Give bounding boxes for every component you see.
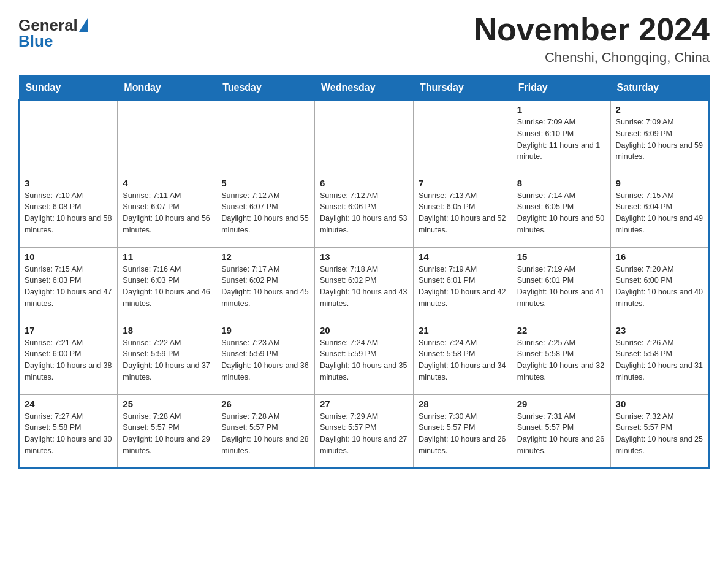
week-row-3: 10Sunrise: 7:15 AMSunset: 6:03 PMDayligh… [19,247,709,321]
calendar-cell: 14Sunrise: 7:19 AMSunset: 6:01 PMDayligh… [413,247,512,321]
day-info: Sunrise: 7:23 AMSunset: 5:59 PMDaylight:… [221,337,309,383]
day-info: Sunrise: 7:15 AMSunset: 6:03 PMDaylight:… [25,264,112,310]
calendar-cell: 10Sunrise: 7:15 AMSunset: 6:03 PMDayligh… [19,247,118,321]
day-number: 9 [616,178,703,188]
calendar-cell: 22Sunrise: 7:25 AMSunset: 5:58 PMDayligh… [512,321,610,394]
day-info: Sunrise: 7:24 AMSunset: 5:59 PMDaylight:… [320,337,408,383]
day-info: Sunrise: 7:28 AMSunset: 5:57 PMDaylight:… [221,411,309,457]
weekday-header-sunday: Sunday [19,76,118,101]
day-info: Sunrise: 7:17 AMSunset: 6:02 PMDaylight:… [221,264,309,310]
calendar-title: November 2024 [474,12,710,47]
day-number: 19 [221,325,309,335]
day-number: 24 [25,399,112,409]
calendar-cell: 24Sunrise: 7:27 AMSunset: 5:58 PMDayligh… [19,394,118,468]
weekday-header-monday: Monday [118,76,216,101]
logo-blue-text: Blue [18,33,88,49]
day-info: Sunrise: 7:27 AMSunset: 5:58 PMDaylight:… [25,411,112,457]
day-number: 12 [221,251,309,262]
day-number: 15 [517,251,605,262]
calendar-cell: 30Sunrise: 7:32 AMSunset: 5:57 PMDayligh… [610,394,709,468]
day-info: Sunrise: 7:13 AMSunset: 6:05 PMDaylight:… [419,190,507,236]
header: General Blue November 2024 Chenshi, Chon… [18,12,710,66]
day-info: Sunrise: 7:09 AMSunset: 6:09 PMDaylight:… [616,117,703,163]
day-info: Sunrise: 7:31 AMSunset: 5:57 PMDaylight:… [517,411,605,457]
calendar-cell: 5Sunrise: 7:12 AMSunset: 6:07 PMDaylight… [216,174,315,247]
day-number: 25 [123,399,211,409]
weekday-header-tuesday: Tuesday [216,76,315,101]
logo-triangle-icon [79,18,88,32]
calendar-cell: 19Sunrise: 7:23 AMSunset: 5:59 PMDayligh… [216,321,315,394]
day-info: Sunrise: 7:11 AMSunset: 6:07 PMDaylight:… [123,190,211,236]
calendar-cell [315,100,414,174]
calendar-cell: 26Sunrise: 7:28 AMSunset: 5:57 PMDayligh… [216,394,315,468]
calendar-cell: 1Sunrise: 7:09 AMSunset: 6:10 PMDaylight… [512,100,610,174]
day-number: 21 [419,325,507,335]
day-number: 6 [320,178,408,188]
day-number: 4 [123,178,211,188]
day-number: 14 [419,251,507,262]
day-number: 23 [616,325,703,335]
day-info: Sunrise: 7:29 AMSunset: 5:57 PMDaylight:… [320,411,408,457]
calendar-cell: 12Sunrise: 7:17 AMSunset: 6:02 PMDayligh… [216,247,315,321]
day-number: 22 [517,325,605,335]
day-number: 5 [221,178,309,188]
calendar-cell: 20Sunrise: 7:24 AMSunset: 5:59 PMDayligh… [315,321,414,394]
logo: General Blue [18,17,88,49]
week-row-5: 24Sunrise: 7:27 AMSunset: 5:58 PMDayligh… [19,394,709,468]
day-info: Sunrise: 7:12 AMSunset: 6:06 PMDaylight:… [320,190,408,236]
day-number: 26 [221,399,309,409]
title-area: November 2024 Chenshi, Chongqing, China [474,12,710,66]
calendar-cell [19,100,118,174]
day-info: Sunrise: 7:28 AMSunset: 5:57 PMDaylight:… [123,411,211,457]
calendar-cell: 4Sunrise: 7:11 AMSunset: 6:07 PMDaylight… [118,174,216,247]
day-number: 8 [517,178,605,188]
calendar-cell: 25Sunrise: 7:28 AMSunset: 5:57 PMDayligh… [118,394,216,468]
calendar-cell: 21Sunrise: 7:24 AMSunset: 5:58 PMDayligh… [413,321,512,394]
logo-general-text: General [18,17,78,33]
day-number: 29 [517,399,605,409]
calendar-cell: 18Sunrise: 7:22 AMSunset: 5:59 PMDayligh… [118,321,216,394]
calendar-cell: 28Sunrise: 7:30 AMSunset: 5:57 PMDayligh… [413,394,512,468]
day-number: 13 [320,251,408,262]
day-number: 28 [419,399,507,409]
day-info: Sunrise: 7:22 AMSunset: 5:59 PMDaylight:… [123,337,211,383]
day-number: 7 [419,178,507,188]
weekday-header-row: SundayMondayTuesdayWednesdayThursdayFrid… [19,76,709,101]
calendar-cell: 6Sunrise: 7:12 AMSunset: 6:06 PMDaylight… [315,174,414,247]
day-info: Sunrise: 7:10 AMSunset: 6:08 PMDaylight:… [25,190,112,236]
calendar-cell: 3Sunrise: 7:10 AMSunset: 6:08 PMDaylight… [19,174,118,247]
calendar-cell: 8Sunrise: 7:14 AMSunset: 6:05 PMDaylight… [512,174,610,247]
weekday-header-thursday: Thursday [413,76,512,101]
calendar-cell: 17Sunrise: 7:21 AMSunset: 6:00 PMDayligh… [19,321,118,394]
weekday-header-wednesday: Wednesday [315,76,414,101]
calendar-table: SundayMondayTuesdayWednesdayThursdayFrid… [18,75,710,469]
calendar-cell: 7Sunrise: 7:13 AMSunset: 6:05 PMDaylight… [413,174,512,247]
week-row-2: 3Sunrise: 7:10 AMSunset: 6:08 PMDaylight… [19,174,709,247]
calendar-cell [413,100,512,174]
calendar-cell [118,100,216,174]
day-info: Sunrise: 7:24 AMSunset: 5:58 PMDaylight:… [419,337,507,383]
day-number: 27 [320,399,408,409]
calendar-cell: 23Sunrise: 7:26 AMSunset: 5:58 PMDayligh… [610,321,709,394]
week-row-1: 1Sunrise: 7:09 AMSunset: 6:10 PMDaylight… [19,100,709,174]
day-info: Sunrise: 7:15 AMSunset: 6:04 PMDaylight:… [616,190,703,236]
day-number: 1 [517,104,605,115]
day-number: 30 [616,399,703,409]
day-number: 16 [616,251,703,262]
day-info: Sunrise: 7:12 AMSunset: 6:07 PMDaylight:… [221,190,309,236]
day-info: Sunrise: 7:14 AMSunset: 6:05 PMDaylight:… [517,190,605,236]
day-number: 2 [616,104,703,115]
calendar-cell: 2Sunrise: 7:09 AMSunset: 6:09 PMDaylight… [610,100,709,174]
day-info: Sunrise: 7:21 AMSunset: 6:00 PMDaylight:… [25,337,112,383]
day-info: Sunrise: 7:19 AMSunset: 6:01 PMDaylight:… [517,264,605,310]
day-info: Sunrise: 7:25 AMSunset: 5:58 PMDaylight:… [517,337,605,383]
day-number: 10 [25,251,112,262]
day-info: Sunrise: 7:20 AMSunset: 6:00 PMDaylight:… [616,264,703,310]
day-number: 17 [25,325,112,335]
day-info: Sunrise: 7:32 AMSunset: 5:57 PMDaylight:… [616,411,703,457]
calendar-subtitle: Chenshi, Chongqing, China [474,50,710,66]
day-info: Sunrise: 7:09 AMSunset: 6:10 PMDaylight:… [517,117,605,163]
day-info: Sunrise: 7:26 AMSunset: 5:58 PMDaylight:… [616,337,703,383]
day-info: Sunrise: 7:18 AMSunset: 6:02 PMDaylight:… [320,264,408,310]
day-info: Sunrise: 7:30 AMSunset: 5:57 PMDaylight:… [419,411,507,457]
